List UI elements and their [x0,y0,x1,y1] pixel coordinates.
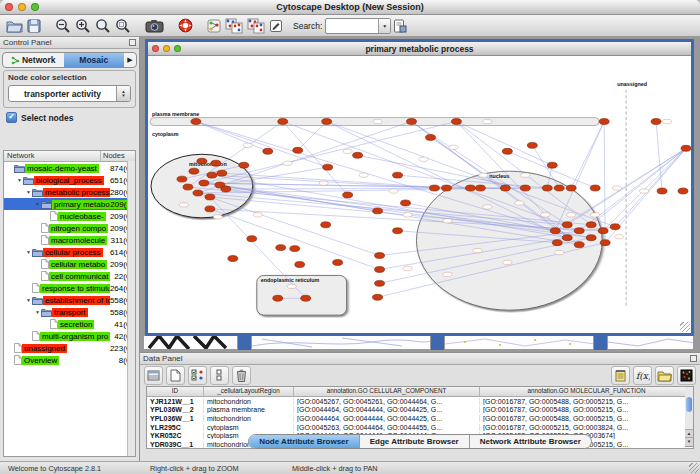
tree-column-network[interactable]: Network [4,151,101,161]
vizmapper-button[interactable] [207,17,221,35]
gene-label-node[interactable] [515,201,524,205]
network-node[interactable] [393,172,403,178]
network-node[interactable] [527,142,537,148]
table-row[interactable]: YJR121W__1mitochondrion[GO:0045267, GO:0… [147,397,693,406]
network-node[interactable] [425,134,435,140]
network-window-titlebar[interactable]: primary metabolic process [148,42,691,56]
tree-row[interactable]: ▼metabolic process280(0) [4,186,135,198]
network-node[interactable] [295,262,305,268]
tree-row[interactable]: cellular metabo209(0) [4,258,135,270]
network-node[interactable] [542,185,552,191]
network-node[interactable] [211,160,221,166]
network-edge[interactable] [591,148,686,224]
network-edge[interactable] [604,122,605,243]
network-node[interactable] [429,185,439,191]
table-scrollbar-thumb[interactable] [686,397,692,412]
expand-arrow-icon[interactable]: ▼ [25,189,32,195]
network-node[interactable] [547,162,557,168]
network-node[interactable] [323,164,333,170]
network-node[interactable] [599,119,609,125]
background-window-fragment[interactable] [444,336,594,350]
float-data-panel-icon[interactable] [690,355,697,362]
tab-mosaic[interactable]: Mosaic [64,53,125,67]
table-row[interactable]: YPL036W__2plasma membrane[GO:0044464, GO… [147,406,693,415]
network-node[interactable] [276,245,286,251]
expand-arrow-icon[interactable]: ▼ [16,177,23,183]
tree-row[interactable]: cell communicat22(0) [4,270,135,282]
table-column-header[interactable]: _cellularLayoutRegion [204,387,294,396]
annotation-button[interactable] [269,17,283,35]
zoom-selected-button[interactable] [115,17,131,35]
network-node[interactable] [228,256,238,262]
gene-label-node[interactable] [179,203,188,207]
network-node[interactable] [290,246,300,252]
formula-builder-button[interactable]: f(x) [633,366,652,385]
background-window-fragment[interactable] [607,336,694,350]
gene-label-node[interactable] [213,215,222,219]
gene-label-node[interactable] [521,173,530,177]
tree-row[interactable]: nucleobase-209(0) [4,210,135,222]
gene-label-node[interactable] [639,189,648,193]
network-node[interactable] [562,222,572,228]
gene-label-node[interactable] [283,161,292,165]
network-node[interactable] [183,184,193,190]
network-node[interactable] [502,148,512,154]
attribute-table-button[interactable] [144,366,163,385]
expand-arrow-icon[interactable]: ▼ [34,201,41,207]
tree-row[interactable]: mosaic-demo-yeast874(0) [4,162,135,174]
network-node[interactable] [353,152,363,158]
network-node[interactable] [247,236,257,242]
network-edge[interactable] [222,173,447,188]
network-node[interactable] [221,186,231,192]
background-window-border[interactable] [594,336,607,350]
network-node[interactable] [475,185,485,191]
compartment-nucleus[interactable] [417,171,603,310]
search-dropdown-arrow[interactable]: ▼ [378,19,390,33]
zoom-fit-button[interactable] [95,17,111,35]
network-node[interactable] [217,170,227,176]
zoom-in-button[interactable] [75,17,91,35]
network-edge[interactable] [615,148,686,226]
union-networks-button[interactable] [247,17,265,35]
network-edge[interactable] [571,122,604,189]
tree-row[interactable]: Overview8(0) [4,354,135,366]
tree-row[interactable]: macromolecule311(0) [4,234,135,246]
help-button[interactable] [178,17,193,35]
tree-row[interactable]: ▼establishment of lo558(0) [4,294,135,306]
new-attribute-button[interactable] [166,366,185,385]
merge-networks-button[interactable] [225,17,243,35]
gene-label-node[interactable] [479,173,488,177]
network-canvas[interactable]: plasma membranecytoplasmnucleusmitochond… [148,56,691,333]
attribute-editor-button[interactable] [611,366,630,385]
gene-label-node[interactable] [555,250,564,254]
network-node[interactable] [586,222,596,228]
gene-label-node[interactable] [403,266,412,270]
network-node[interactable] [681,145,691,151]
network-node[interactable] [301,295,311,301]
network-node[interactable] [375,253,385,259]
network-node[interactable] [205,206,215,212]
network-node[interactable] [239,162,249,168]
gene-label-node[interactable] [483,119,492,123]
gene-label-node[interactable] [443,219,452,223]
network-node[interactable] [657,188,667,194]
window-resize-grip[interactable] [689,463,699,473]
network-node[interactable] [197,158,207,164]
network-node[interactable] [678,188,688,194]
network-node[interactable] [590,185,600,191]
network-node[interactable] [598,228,608,234]
network-node[interactable] [333,260,343,266]
network-node[interactable] [278,119,288,125]
expand-arrow-icon[interactable]: ▼ [25,249,32,255]
gene-label-node[interactable] [473,248,482,252]
network-node[interactable] [375,266,385,272]
gene-label-node[interactable] [662,119,671,123]
network-node[interactable] [574,228,584,234]
network-node[interactable] [520,185,530,191]
select-nodes-checkbox[interactable]: ✓ [6,112,17,123]
network-node[interactable] [207,172,217,178]
tabs-overflow-arrow[interactable]: ▶ [124,56,136,64]
tab-network[interactable]: Network [3,53,64,67]
tree-row[interactable]: multi-organism pro42(0) [4,330,135,342]
table-row[interactable]: YLR295Ccytoplasm[GO:0045263, GO:0044464,… [147,423,693,432]
